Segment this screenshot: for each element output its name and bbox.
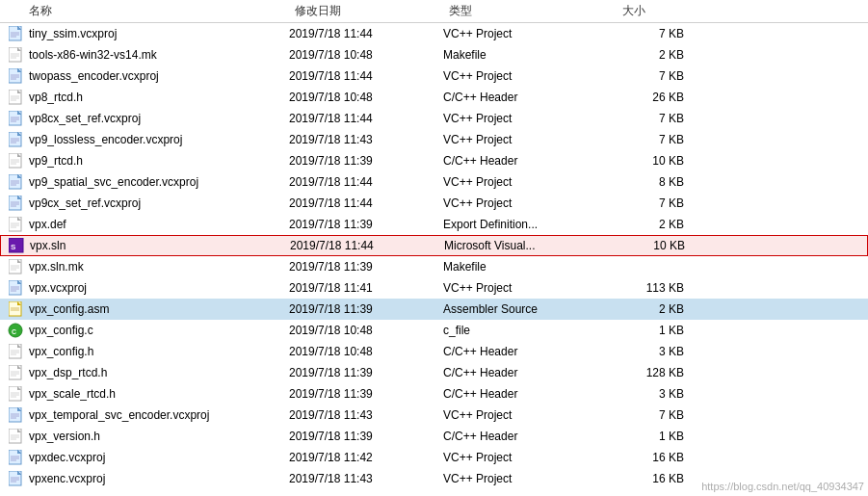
- list-item[interactable]: vpx_temporal_svc_encoder.vcxproj 2019/7/…: [0, 405, 868, 426]
- file-name: tools-x86-win32-vs14.mk: [29, 48, 289, 62]
- file-name: vpx.sln: [30, 239, 290, 252]
- file-date: 2019/7/18 11:39: [289, 260, 443, 274]
- list-item[interactable]: vpx.sln.mk 2019/7/18 11:39 Makefile: [0, 256, 868, 277]
- col-type-header[interactable]: 类型: [449, 3, 622, 19]
- file-icon: [6, 365, 25, 380]
- list-item[interactable]: vpx_dsp_rtcd.h 2019/7/18 11:39 C/C++ Hea…: [0, 362, 868, 383]
- file-type: C/C++ Header: [443, 387, 617, 401]
- file-icon: [6, 153, 25, 169]
- file-size: 2 KB: [617, 218, 694, 231]
- list-item[interactable]: vp9_lossless_encoder.vcxproj 2019/7/18 1…: [0, 129, 868, 150]
- file-icon: [6, 68, 25, 84]
- file-icon: [6, 132, 25, 147]
- file-size: 16 KB: [617, 472, 694, 485]
- file-size: 7 KB: [617, 133, 694, 146]
- list-item[interactable]: vp8_rtcd.h 2019/7/18 10:48 C/C++ Header …: [0, 87, 868, 108]
- file-size: 10 KB: [618, 239, 695, 252]
- file-name: vp9_lossless_encoder.vcxproj: [29, 133, 289, 146]
- file-date: 2019/7/18 11:41: [289, 281, 443, 295]
- file-name: vpx_temporal_svc_encoder.vcxproj: [29, 408, 289, 422]
- file-type: C/C++ Header: [443, 366, 617, 379]
- file-size: 7 KB: [617, 27, 694, 40]
- file-date: 2019/7/18 10:48: [289, 324, 443, 337]
- col-date-header[interactable]: 修改日期: [295, 3, 449, 19]
- file-size: 7 KB: [617, 196, 694, 210]
- file-size: 2 KB: [617, 302, 694, 316]
- file-type: VC++ Project: [443, 175, 617, 189]
- file-size: 2 KB: [617, 48, 694, 62]
- file-type: VC++ Project: [443, 133, 617, 146]
- file-size: 7 KB: [617, 112, 694, 125]
- file-icon: [6, 174, 25, 190]
- file-icon: [6, 111, 25, 126]
- list-item[interactable]: vp9_spatial_svc_encoder.vcxproj 2019/7/1…: [0, 171, 868, 193]
- col-name-header[interactable]: 名称: [25, 3, 295, 19]
- file-type: VC++ Project: [443, 27, 617, 40]
- list-item[interactable]: vpx.vcxproj 2019/7/18 11:41 VC++ Project…: [0, 277, 868, 299]
- file-type: VC++ Project: [443, 69, 617, 83]
- file-date: 2019/7/18 11:39: [289, 430, 443, 443]
- file-icon: [6, 471, 25, 486]
- file-type: VC++ Project: [443, 281, 617, 295]
- file-name: vp9cx_set_ref.vcxproj: [29, 196, 289, 210]
- file-icon: [6, 47, 25, 63]
- list-item[interactable]: tiny_ssim.vcxproj 2019/7/18 11:44 VC++ P…: [0, 23, 868, 44]
- file-type: Microsoft Visual...: [444, 239, 618, 252]
- file-icon: [6, 344, 25, 359]
- file-type: VC++ Project: [443, 196, 617, 210]
- list-item[interactable]: vp9cx_set_ref.vcxproj 2019/7/18 11:44 VC…: [0, 193, 868, 214]
- file-type: Export Definition...: [443, 218, 617, 231]
- file-name: vpx.def: [29, 218, 289, 231]
- list-item[interactable]: vpx_version.h 2019/7/18 11:39 C/C++ Head…: [0, 426, 868, 447]
- file-size: 7 KB: [617, 408, 694, 422]
- file-name: vpx_scale_rtcd.h: [29, 387, 289, 401]
- list-item[interactable]: vp8cx_set_ref.vcxproj 2019/7/18 11:44 VC…: [0, 108, 868, 129]
- file-date: 2019/7/18 10:48: [289, 345, 443, 358]
- file-date: 2019/7/18 11:43: [289, 472, 443, 485]
- watermark: https://blog.csdn.net/qq_40934347: [701, 481, 864, 492]
- list-item[interactable]: vp9_rtcd.h 2019/7/18 11:39 C/C++ Header …: [0, 150, 868, 171]
- file-size: 16 KB: [617, 451, 694, 464]
- file-size: 128 KB: [617, 366, 694, 379]
- file-type: VC++ Project: [443, 112, 617, 125]
- list-item[interactable]: C vpx_config.c 2019/7/18 10:48 c_file 1 …: [0, 320, 868, 341]
- file-size: 1 KB: [617, 324, 694, 337]
- file-date: 2019/7/18 11:44: [290, 239, 444, 252]
- file-date: 2019/7/18 10:48: [289, 48, 443, 62]
- list-item[interactable]: tools-x86-win32-vs14.mk 2019/7/18 10:48 …: [0, 44, 868, 65]
- file-date: 2019/7/18 11:39: [289, 302, 443, 316]
- list-item[interactable]: vpx.def 2019/7/18 11:39 Export Definitio…: [0, 214, 868, 235]
- file-size: 10 KB: [617, 154, 694, 168]
- list-item[interactable]: vpx_scale_rtcd.h 2019/7/18 11:39 C/C++ H…: [0, 383, 868, 405]
- file-date: 2019/7/18 11:43: [289, 133, 443, 146]
- svg-text:S: S: [11, 243, 16, 251]
- file-explorer: 名称 修改日期 类型 大小 tiny_ssim.vcxproj 2019/7/1…: [0, 0, 868, 496]
- file-name: vp9_rtcd.h: [29, 154, 289, 168]
- file-icon: [6, 301, 25, 317]
- file-icon: [6, 259, 25, 274]
- list-item[interactable]: vpx_config.asm 2019/7/18 11:39 Assembler…: [0, 299, 868, 320]
- list-item[interactable]: vpx_config.h 2019/7/18 10:48 C/C++ Heade…: [0, 341, 868, 362]
- file-icon: [6, 407, 25, 423]
- file-date: 2019/7/18 11:44: [289, 69, 443, 83]
- file-size: 3 KB: [617, 387, 694, 401]
- file-type: VC++ Project: [443, 408, 617, 422]
- file-type: VC++ Project: [443, 451, 617, 464]
- file-icon: [6, 90, 25, 105]
- file-date: 2019/7/18 10:48: [289, 91, 443, 104]
- file-name: tiny_ssim.vcxproj: [29, 27, 289, 40]
- file-type: C/C++ Header: [443, 430, 617, 443]
- col-size-header[interactable]: 大小: [622, 3, 699, 19]
- file-type: Assembler Source: [443, 302, 617, 316]
- file-list: tiny_ssim.vcxproj 2019/7/18 11:44 VC++ P…: [0, 23, 868, 489]
- list-item[interactable]: vpxdec.vcxproj 2019/7/18 11:42 VC++ Proj…: [0, 447, 868, 468]
- file-icon: C: [6, 323, 25, 338]
- list-item[interactable]: S vpx.sln 2019/7/18 11:44 Microsoft Visu…: [0, 235, 868, 256]
- file-name: vpx_dsp_rtcd.h: [29, 366, 289, 379]
- file-date: 2019/7/18 11:44: [289, 175, 443, 189]
- file-icon: [6, 26, 25, 41]
- file-type: C/C++ Header: [443, 91, 617, 104]
- file-icon: [6, 386, 25, 402]
- file-name: vpx_config.asm: [29, 302, 289, 316]
- list-item[interactable]: twopass_encoder.vcxproj 2019/7/18 11:44 …: [0, 65, 868, 87]
